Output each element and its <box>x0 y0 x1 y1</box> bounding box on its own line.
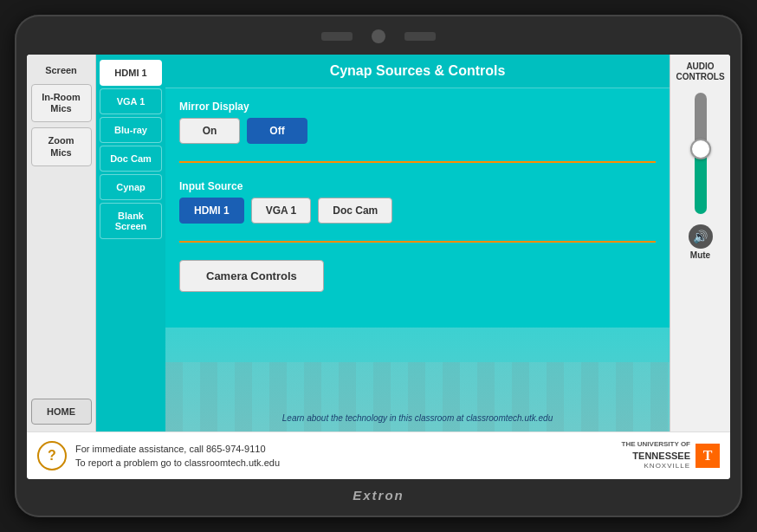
sidebar-btn-zoom-mics[interactable]: ZoomMics <box>31 127 92 165</box>
device-brand: Extron <box>353 488 404 503</box>
mute-button[interactable]: 🔊 Mute <box>689 224 713 260</box>
mute-label: Mute <box>690 250 710 260</box>
help-icon: ? <box>37 441 67 470</box>
source-tab-cynap[interactable]: Cynap <box>100 174 162 200</box>
main-title: Cynap Sources & Controls <box>330 63 506 78</box>
volume-slider-thumb[interactable] <box>690 139 711 159</box>
main-body: Mirror Display On Off Input Source HDMI … <box>165 88 670 406</box>
device-top-bar <box>27 23 730 49</box>
source-tab-bluray[interactable]: Blu-ray <box>100 117 162 143</box>
main-content: Cynap Sources & Controls Mirror Display … <box>165 55 670 431</box>
camera-controls-row: Camera Controls <box>179 260 656 292</box>
sidebar-screen-label: Screen <box>45 62 77 79</box>
utk-logo: THE UNIVERSITY OF TENNESSEE KNOXVILLE T <box>622 440 720 470</box>
source-tab-vga1[interactable]: VGA 1 <box>100 88 162 114</box>
input-source-controls: HDMI 1 VGA 1 Doc Cam <box>179 198 656 224</box>
screen: Screen In-RoomMics ZoomMics HOME HDMI 1 … <box>27 55 730 479</box>
mute-icon: 🔊 <box>689 224 713 249</box>
mirror-display-label: Mirror Display <box>179 101 656 113</box>
audio-label: AUDIOCONTROLS <box>676 62 724 82</box>
info-line1: For immediate assistance, call 865-974-9… <box>75 444 266 454</box>
left-sidebar: Screen In-RoomMics ZoomMics HOME <box>27 55 96 431</box>
sidebar-btn-in-room-mics[interactable]: In-RoomMics <box>31 84 92 122</box>
source-tab-blank[interactable]: Blank Screen <box>100 203 162 239</box>
mirror-off-button[interactable]: Off <box>247 118 307 144</box>
camera-controls-button[interactable]: Camera Controls <box>179 260 324 292</box>
volume-slider-track[interactable] <box>695 93 707 214</box>
divider-1 <box>179 161 656 163</box>
main-header: Cynap Sources & Controls <box>165 55 670 88</box>
utk-line2: TENNESSEE <box>622 450 690 462</box>
source-btn-hdmi1[interactable]: HDMI 1 <box>179 198 244 224</box>
info-text: For immediate assistance, call 865-974-9… <box>75 442 613 470</box>
utk-line1: THE UNIVERSITY OF <box>622 440 690 449</box>
divider-2 <box>179 241 656 243</box>
utk-t-box: T <box>696 444 720 468</box>
audio-panel: AUDIOCONTROLS 🔊 Mute <box>670 55 730 431</box>
mirror-display-controls: On Off <box>179 118 656 144</box>
source-btn-vga1[interactable]: VGA 1 <box>251 198 312 224</box>
info-line2: To report a problem go to classroomtech.… <box>75 457 280 468</box>
mirror-display-section: Mirror Display On Off <box>179 101 656 144</box>
utk-text: THE UNIVERSITY OF TENNESSEE KNOXVILLE <box>622 440 690 470</box>
source-tabs: HDMI 1 VGA 1 Blu-ray Doc Cam Cynap Blank… <box>96 55 165 431</box>
learn-link: Learn about the technology in this class… <box>174 410 661 426</box>
source-btn-doccam[interactable]: Doc Cam <box>318 198 392 224</box>
utk-line3: KNOXVILLE <box>622 462 690 470</box>
source-tab-doccam[interactable]: Doc Cam <box>100 146 162 172</box>
screen-main: Screen In-RoomMics ZoomMics HOME HDMI 1 … <box>27 55 730 431</box>
input-source-label: Input Source <box>179 180 656 192</box>
sidebar-btn-home[interactable]: HOME <box>31 399 92 425</box>
input-source-section: Input Source HDMI 1 VGA 1 Doc Cam <box>179 180 656 224</box>
camera-dot <box>372 29 385 43</box>
info-bar: ? For immediate assistance, call 865-974… <box>27 431 730 479</box>
mirror-on-button[interactable]: On <box>179 118 240 144</box>
device-bottom: Extron <box>353 484 404 505</box>
top-bar-slot-left <box>321 32 353 41</box>
device-frame: Screen In-RoomMics ZoomMics HOME HDMI 1 … <box>15 15 742 517</box>
source-tab-hdmi1[interactable]: HDMI 1 <box>100 60 162 86</box>
top-bar-slot-right <box>404 32 436 41</box>
